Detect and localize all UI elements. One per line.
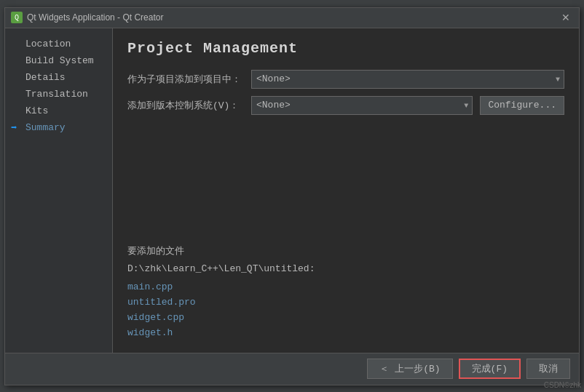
sidebar-arrow-icon: ➡: [11, 121, 17, 134]
files-header: 要添加的文件: [127, 244, 564, 257]
list-item: untitled.pro: [127, 295, 564, 311]
sidebar-item-summary[interactable]: ➡ Summary: [5, 119, 112, 136]
back-button[interactable]: ＜ 上一步(B): [367, 359, 452, 379]
sidebar-item-translation[interactable]: Translation: [5, 86, 112, 103]
main-window: Q Qt Widgets Application - Qt Creator ✕ …: [4, 7, 580, 385]
sidebar-item-build-system[interactable]: Build System: [5, 52, 112, 69]
sidebar-item-label-location: Location: [25, 39, 71, 49]
main-area: Project Management 作为子项目添加到项目中： <None> ▼…: [113, 28, 579, 353]
title-bar: Q Qt Widgets Application - Qt Creator ✕: [5, 8, 579, 28]
sidebar-item-location[interactable]: Location: [5, 36, 112, 52]
bottom-bar: ＜ 上一步(B) 完成(F) 取消: [5, 353, 579, 385]
sidebar-item-label-build-system: Build System: [25, 55, 94, 66]
sidebar-item-label-summary: Summary: [25, 122, 66, 133]
finish-button[interactable]: 完成(F): [459, 359, 521, 379]
close-button[interactable]: ✕: [559, 10, 573, 25]
list-item: widget.cpp: [127, 311, 564, 326]
page-title: Project Management: [127, 40, 564, 57]
files-path: D:\zhk\Learn_C++\Len_QT\untitled:: [127, 263, 564, 274]
window-title: Qt Widgets Application - Qt Creator: [27, 12, 163, 23]
cancel-button[interactable]: 取消: [526, 359, 570, 379]
watermark: CSDN©zhk: [544, 381, 581, 389]
form-row-2: 添加到版本控制系统(V)： <None> ▼ Configure...: [127, 96, 564, 115]
configure-button[interactable]: Configure...: [480, 96, 564, 115]
sidebar-item-details[interactable]: Details: [5, 69, 112, 86]
list-item: main.cpp: [127, 280, 564, 295]
project-select[interactable]: <None>: [251, 70, 564, 89]
files-list: main.cpp untitled.pro widget.cpp widget.…: [127, 280, 564, 340]
sidebar-item-kits[interactable]: Kits: [5, 103, 112, 119]
select-wrapper-1: <None> ▼: [251, 70, 564, 89]
select-wrapper-2: <None> ▼: [251, 96, 473, 115]
title-bar-left: Q Qt Widgets Application - Qt Creator: [11, 12, 163, 23]
form-label-2: 添加到版本控制系统(V)：: [127, 99, 244, 112]
sidebar-item-label-translation: Translation: [25, 89, 88, 100]
files-section: 要添加的文件 D:\zhk\Learn_C++\Len_QT\untitled:…: [127, 230, 564, 340]
form-row-1: 作为子项目添加到项目中： <None> ▼: [127, 70, 564, 89]
sidebar-item-label-details: Details: [25, 72, 66, 83]
vcs-select[interactable]: <None>: [251, 96, 473, 115]
sidebar-item-label-kits: Kits: [25, 105, 48, 116]
form-label-1: 作为子项目添加到项目中：: [127, 73, 244, 86]
sidebar: Location Build System Details Translatio…: [5, 28, 113, 353]
content-area: Location Build System Details Translatio…: [5, 28, 579, 353]
list-item: widget.h: [127, 326, 564, 341]
app-icon: Q: [11, 12, 23, 23]
